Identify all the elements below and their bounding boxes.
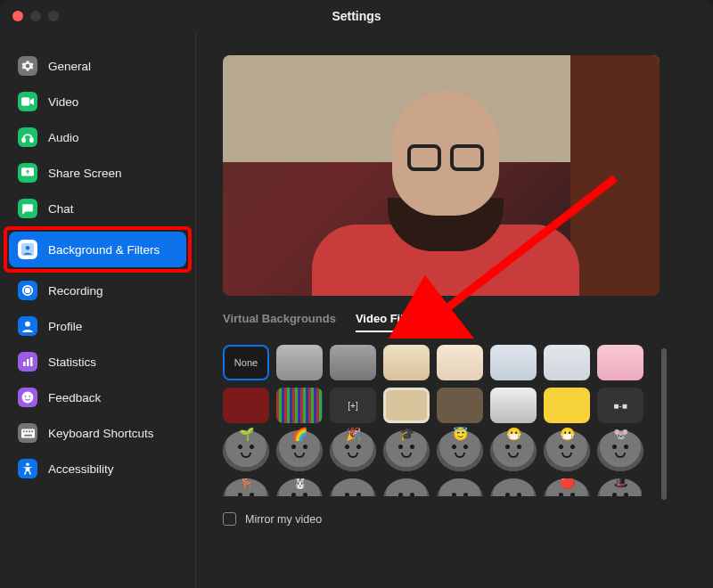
sidebar-item-feedback[interactable]: Feedback <box>9 380 186 415</box>
sidebar-item-general[interactable]: General <box>9 48 186 84</box>
content-pane: Virtual BackgroundsVideo Filters None[+]… <box>196 32 713 588</box>
avatar-surgical-mask-accessory: 😷 <box>490 427 537 441</box>
svg-point-12 <box>22 392 34 404</box>
sidebar-item-label: Video <box>48 95 78 109</box>
avatar-plain4[interactable] <box>490 478 537 496</box>
svg-rect-16 <box>22 430 24 432</box>
sidebar-item-recording[interactable]: Recording <box>9 273 186 308</box>
avatar-face-mask-accessory: 😷 <box>544 427 590 441</box>
avatar-party-accessory: 🎉 <box>330 427 376 441</box>
tab-video-filters[interactable]: Video Filters <box>356 312 425 332</box>
accessibility-icon <box>18 459 37 478</box>
sidebar-item-video[interactable]: Video <box>9 84 186 119</box>
avatar-halo[interactable]: 😇 <box>437 430 483 471</box>
svg-rect-10 <box>27 359 29 366</box>
mirror-video-label: Mirror my video <box>245 513 322 526</box>
annotation-highlight: Background & Filters <box>4 226 192 273</box>
avatar-mouse[interactable]: 🐭 <box>597 430 643 471</box>
svg-rect-18 <box>29 430 30 432</box>
filter-gray-dark[interactable] <box>330 345 376 380</box>
avatar-plain[interactable] <box>330 478 376 496</box>
sidebar-item-statistics[interactable]: Statistics <box>9 344 186 380</box>
audio-icon <box>18 127 37 147</box>
mirror-video-row[interactable]: Mirror my video <box>223 512 697 526</box>
sidebar-item-share-screen[interactable]: Share Screen <box>9 155 186 191</box>
svg-rect-11 <box>30 357 33 366</box>
avatar-sprout[interactable]: 🌱 <box>223 430 269 471</box>
sidebar-item-label: Profile <box>48 320 82 333</box>
sidebar-item-label: Audio <box>48 131 79 144</box>
mirror-video-checkbox[interactable] <box>223 512 236 526</box>
filter-theater[interactable] <box>223 388 269 423</box>
avatar-antlers[interactable]: 🦌 <box>223 478 269 496</box>
sidebar-item-chat[interactable]: Chat <box>9 191 186 226</box>
window-title: Settings <box>0 9 713 23</box>
scrollbar[interactable] <box>661 348 667 500</box>
svg-rect-1 <box>22 138 25 142</box>
sidebar-item-accessibility[interactable]: Accessibility <box>9 451 186 486</box>
filter-warm-1[interactable] <box>383 345 430 380</box>
video-preview <box>223 55 660 296</box>
avatar-hat[interactable]: 🎩 <box>597 478 642 496</box>
svg-rect-19 <box>31 430 33 432</box>
sidebar-item-label: Accessibility <box>48 462 114 476</box>
settings-sidebar: GeneralVideoAudioShare ScreenChatBackgro… <box>0 32 196 588</box>
sidebar-item-audio[interactable]: Audio <box>9 119 186 155</box>
filter-sepia[interactable] <box>383 388 430 423</box>
svg-rect-2 <box>30 138 33 142</box>
sidebar-item-keyboard-shortcuts[interactable]: Keyboard Shortcuts <box>9 415 186 451</box>
svg-rect-17 <box>26 430 28 432</box>
sidebar-item-label: General <box>48 60 91 73</box>
filter-none-label: None <box>234 357 258 368</box>
share-screen-icon <box>18 163 37 183</box>
sidebar-item-label: Share Screen <box>48 167 122 180</box>
filter-tv-bars[interactable] <box>276 388 323 423</box>
filter-tabs: Virtual BackgroundsVideo Filters <box>223 312 697 332</box>
svg-point-14 <box>29 396 30 397</box>
avatar-bunny-accessory: 🐰 <box>276 478 323 489</box>
sidebar-item-label: Recording <box>48 284 103 298</box>
avatar-bunny[interactable]: 🐰 <box>276 478 323 496</box>
avatar-rainbow[interactable]: 🌈 <box>276 430 323 471</box>
avatar-grad[interactable]: 🎓 <box>383 430 430 471</box>
filter-gray-light[interactable] <box>276 345 323 380</box>
avatar-face-mask[interactable]: 😷 <box>544 430 590 471</box>
filter-pink[interactable] <box>597 345 643 380</box>
avatar-rainbow-accessory: 🌈 <box>276 427 323 441</box>
video-icon <box>18 92 37 111</box>
sidebar-item-label: Keyboard Shortcuts <box>48 427 154 440</box>
profile-icon <box>18 316 37 336</box>
filter-none[interactable]: None <box>223 345 269 380</box>
filter-bw[interactable] <box>490 388 537 423</box>
avatar-beret-accessory: 🔴 <box>544 478 590 489</box>
recording-icon <box>18 281 37 300</box>
sidebar-item-label: Feedback <box>48 391 101 404</box>
statistics-icon <box>18 352 37 372</box>
svg-point-5 <box>26 246 30 250</box>
sidebar-item-profile[interactable]: Profile <box>9 308 186 344</box>
avatar-hat-accessory: 🎩 <box>597 478 642 489</box>
avatar-surgical-mask[interactable]: 😷 <box>490 430 537 471</box>
filter-vintage-tv[interactable] <box>437 388 483 423</box>
svg-rect-0 <box>21 97 29 105</box>
filter-frame[interactable]: [+] <box>330 388 376 423</box>
avatar-sprout-accessory: 🌱 <box>223 427 269 441</box>
background-filters-icon <box>18 240 37 259</box>
filter-cool-2[interactable] <box>544 345 590 380</box>
svg-rect-15 <box>21 429 35 437</box>
avatar-party[interactable]: 🎉 <box>330 430 376 471</box>
avatar-plain3[interactable] <box>437 478 483 496</box>
filter-warm-2[interactable] <box>437 345 483 380</box>
filter-cool-1[interactable] <box>490 345 537 380</box>
avatar-beret[interactable]: 🔴 <box>544 478 590 496</box>
filter-emoji-frame[interactable] <box>544 388 590 423</box>
avatar-plain2[interactable] <box>383 478 430 496</box>
svg-point-21 <box>26 463 29 467</box>
svg-point-7 <box>26 289 30 293</box>
tab-virtual-backgrounds[interactable]: Virtual Backgrounds <box>223 312 336 332</box>
titlebar: Settings <box>0 0 713 32</box>
filter-dealwithit[interactable]: ■-■ <box>597 388 643 423</box>
svg-rect-9 <box>23 362 26 366</box>
avatar-mouse-accessory: 🐭 <box>597 427 643 441</box>
sidebar-item-background-filters[interactable]: Background & Filters <box>9 232 186 267</box>
